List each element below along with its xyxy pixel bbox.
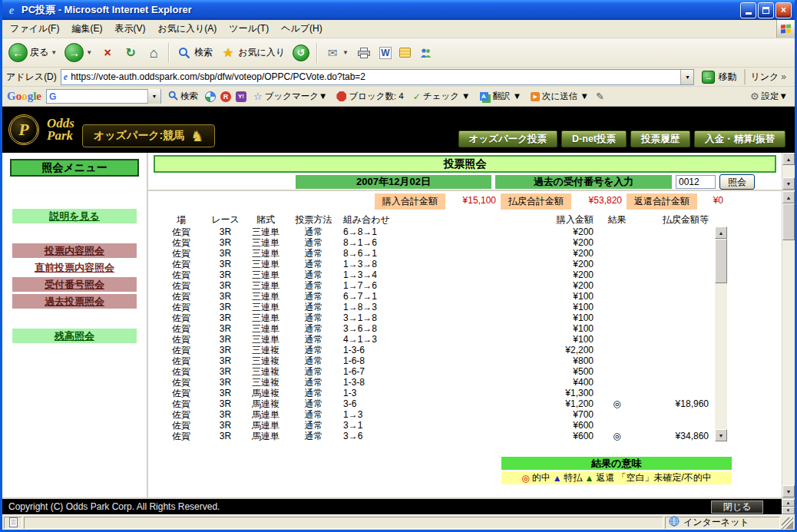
table-cell: 8→1→6 xyxy=(339,237,504,248)
forward-button[interactable]: → ▼ xyxy=(61,41,95,65)
edit-word-button[interactable]: W xyxy=(376,41,395,65)
table-cell: 佐賀 xyxy=(154,377,208,388)
check-label: チェック ▼ xyxy=(423,91,471,102)
go-button[interactable]: → 移動 xyxy=(698,70,740,84)
r-badge-icon[interactable]: R xyxy=(220,91,231,102)
sidebar-item-past-votes[interactable]: 過去投票照会 xyxy=(12,294,137,309)
google-search-button[interactable]: 検索 xyxy=(166,89,200,104)
favorites-button[interactable]: ★ お気に入り xyxy=(217,41,288,65)
bookmarks-button[interactable]: ☆ ブックマーク▼ xyxy=(251,89,329,104)
messenger-button[interactable] xyxy=(415,41,437,65)
google-search-dropdown[interactable]: ▼ xyxy=(147,89,160,104)
table-cell: 佐賀 xyxy=(154,409,208,420)
history-button[interactable]: ↺ xyxy=(289,41,313,65)
scroll-up-button[interactable]: ▲ xyxy=(715,226,727,239)
table-row: 佐賀3R三連単通常1→3→8¥200 xyxy=(154,259,715,269)
scroll-thumb[interactable] xyxy=(782,203,795,240)
maximize-button[interactable] xyxy=(758,2,774,18)
table-cell: ¥100 xyxy=(504,312,600,323)
address-dropdown-button[interactable]: ▼ xyxy=(680,70,693,84)
resize-grip[interactable] xyxy=(782,517,793,529)
refresh-button[interactable]: ↻ xyxy=(120,41,141,65)
scroll-thumb[interactable] xyxy=(715,239,727,283)
menu-item[interactable]: ヘルプ(H) xyxy=(275,19,329,38)
summary-value: ¥53,820 xyxy=(571,193,627,210)
menu-item[interactable]: 編集(E) xyxy=(65,19,108,38)
sidebar-item-receipt-number[interactable]: 受付番号照会 xyxy=(12,277,137,292)
table-cell xyxy=(600,302,634,312)
search-toolbar-button[interactable]: 検索 xyxy=(174,41,216,65)
site-nav-button[interactable]: 投票履歴 xyxy=(630,131,690,147)
site-nav-button[interactable]: 入金・精算/振替 xyxy=(694,131,785,147)
mail-button[interactable]: ✉ ▼ xyxy=(322,41,352,65)
popup-blocker-button[interactable]: ブロック数: 4 xyxy=(334,89,405,104)
discuss-button[interactable] xyxy=(396,41,414,65)
main-frame-scrollbar[interactable]: ▲ ▼ xyxy=(782,191,795,497)
menu-item[interactable]: お気に入り(A) xyxy=(151,19,223,38)
inquiry-button[interactable]: 照会 xyxy=(719,174,755,190)
table-cell: 3-6 xyxy=(339,398,504,409)
table-cell: 通常 xyxy=(289,323,339,334)
oddspark-logo[interactable]: Odds Park xyxy=(47,117,74,142)
table-scrollbar[interactable]: ▲ ▼ xyxy=(715,226,727,441)
table-cell: 1→3→4 xyxy=(339,269,504,280)
close-page-button[interactable]: 閉じる xyxy=(711,501,763,514)
site-nav-button[interactable]: オッズパーク投票 xyxy=(458,131,557,147)
stop-button[interactable]: × xyxy=(97,41,118,65)
scroll-up-button[interactable]: ▲ xyxy=(782,191,795,203)
oddspark-emblem-icon[interactable]: P xyxy=(8,114,39,145)
translate-icon: A xyxy=(480,92,488,101)
table-cell xyxy=(634,334,715,345)
forward-dropdown-icon[interactable]: ▼ xyxy=(86,49,92,56)
scroll-down-button[interactable]: ▼ xyxy=(715,429,727,441)
bottom-frame-scrollbar[interactable]: ▲ ▼ xyxy=(782,499,795,514)
links-chevron-icon: » xyxy=(781,71,786,82)
print-button[interactable] xyxy=(353,41,375,65)
google-settings-button[interactable]: ⚙ 設定▼ xyxy=(748,89,790,104)
table-cell: 3R xyxy=(208,312,243,323)
receipt-number-input[interactable] xyxy=(676,175,716,189)
send-to-button[interactable]: ▶ 次に送信 ▼ xyxy=(528,89,591,104)
scroll-down-button[interactable]: ▼ xyxy=(782,177,795,190)
minimize-button[interactable] xyxy=(740,2,756,18)
scrollbar-track[interactable] xyxy=(782,240,795,485)
table-cell: 3R xyxy=(208,355,243,366)
table-cell: 佐賀 xyxy=(154,334,208,345)
translate-button[interactable]: A 翻訳 ▼ xyxy=(478,89,524,104)
table-cell xyxy=(634,420,715,431)
pagerank-icon[interactable] xyxy=(205,91,216,102)
address-input[interactable]: e https://vote-auth.oddspark.com/sbp/dfw… xyxy=(61,69,695,85)
home-button[interactable]: ⌂ xyxy=(143,41,164,65)
spellcheck-button[interactable]: ✓ チェック ▼ xyxy=(411,89,473,104)
sidebar-item-explain[interactable]: 説明を見る xyxy=(12,209,137,223)
mail-dropdown-icon[interactable]: ▼ xyxy=(342,49,349,56)
sidebar-item-balance[interactable]: 残高照会 xyxy=(12,329,137,343)
menu-item[interactable]: ツール(T) xyxy=(223,19,275,38)
scroll-up-button[interactable]: ▲ xyxy=(782,153,795,165)
title-frame-scrollbar[interactable]: ▲ ▼ xyxy=(782,153,795,190)
scroll-down-button[interactable]: ▼ xyxy=(782,507,795,514)
autofill-icon[interactable]: ✎ xyxy=(596,91,604,102)
scrollbar-track[interactable] xyxy=(715,283,727,429)
menu-item[interactable]: 表示(V) xyxy=(108,19,151,38)
table-cell: 三連単 xyxy=(243,259,289,269)
table-cell: ◎ xyxy=(600,398,634,409)
scroll-up-button[interactable]: ▲ xyxy=(782,499,795,507)
close-window-button[interactable]: × xyxy=(776,2,792,18)
site-nav-button[interactable]: D-net投票 xyxy=(561,131,627,147)
y-badge-icon[interactable]: Y! xyxy=(236,91,246,102)
scroll-down-button[interactable]: ▼ xyxy=(782,485,795,497)
result-legend: 結果の意味 ◎的中▲特払▲返還「空白」未確定/不的中 xyxy=(501,457,732,484)
sidebar-item-last-vote-content[interactable]: 直前投票内容照会 xyxy=(5,260,144,275)
table-cell: 三連単 xyxy=(243,269,289,280)
menu-item[interactable]: ファイル(F) xyxy=(4,19,65,38)
links-bar[interactable]: リンク » xyxy=(744,69,791,84)
table-cell: ¥700 xyxy=(504,409,600,420)
sidebar-item-vote-content[interactable]: 投票内容照会 xyxy=(12,243,137,258)
back-dropdown-icon[interactable]: ▼ xyxy=(51,49,57,56)
block-icon xyxy=(336,91,346,101)
google-search-input[interactable]: G ▼ xyxy=(46,89,161,104)
table-cell: ¥100 xyxy=(504,302,600,312)
back-button[interactable]: ← 戻る ▼ xyxy=(5,41,60,65)
table-cell: 3R xyxy=(208,377,243,388)
